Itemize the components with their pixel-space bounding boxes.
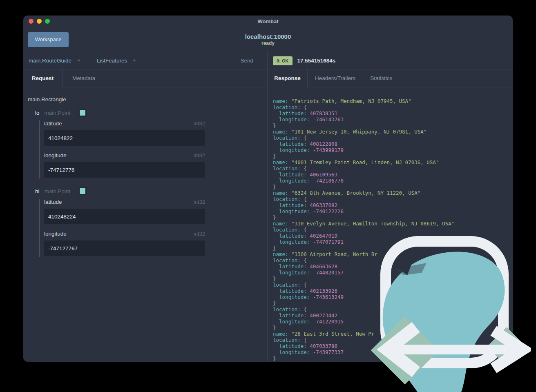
response-line: } <box>273 122 513 129</box>
tab-request[interactable]: Request <box>23 69 63 87</box>
connection-status: ready <box>23 40 513 46</box>
response-line: } <box>273 300 513 306</box>
scalar-field-type: int32 <box>194 120 205 127</box>
response-line: longitude: -743999179 <box>273 147 513 153</box>
scalar-field-label-row: latitudeint32 <box>44 199 205 205</box>
response-line: name: "330 Evelyn Avenue, Hamilton Towns… <box>273 220 513 227</box>
scalar-field-label: longitude <box>44 152 67 159</box>
response-line: longitude: -743977337 <box>273 349 513 355</box>
response-line: name: "1300 Airport Road, North Br <box>273 251 513 257</box>
response-line: longitude: -744820157 <box>273 270 513 276</box>
workspace-button[interactable]: Workspace <box>28 32 69 47</box>
response-line: longitude: -746143763 <box>273 116 513 122</box>
field-enabled-checkbox[interactable] <box>78 109 87 117</box>
tab-response[interactable]: Response <box>268 69 308 87</box>
service-select[interactable]: main.RouteGuide <box>29 58 80 64</box>
scalar-field-label-row: longitudeint32 <box>44 152 205 159</box>
minimize-window-button[interactable] <box>37 19 42 24</box>
response-line: location: { <box>273 306 513 312</box>
nested-field-group: latitudeint32longitudeint32 <box>39 120 205 178</box>
response-line: } <box>273 245 513 251</box>
response-line: location: { <box>273 135 513 141</box>
response-line: } <box>273 184 513 190</box>
request-tabs: Request Metadata <box>23 69 267 87</box>
response-line: location: { <box>273 165 513 172</box>
message-type-label: main.Rectangle <box>28 96 263 102</box>
checkbox-check-icon <box>80 110 85 116</box>
response-line: latitude: 402133926 <box>273 288 513 294</box>
response-line: longitude: -741220915 <box>273 318 513 325</box>
response-line: latitude: 406109563 <box>273 172 513 178</box>
response-line: latitude: 407033786 <box>273 343 513 349</box>
scalar-field-type: int32 <box>194 199 205 205</box>
scalar-field-type: int32 <box>194 231 205 237</box>
tab-headers-trailers[interactable]: Headers/Trailers <box>308 69 363 87</box>
method-bar: main.RouteGuide ListFeatures Send <box>23 52 267 69</box>
close-window-button[interactable] <box>29 19 34 24</box>
response-line: name: "101 New Jersey 10, Whippany, NJ 0… <box>273 129 513 135</box>
response-line: latitude: 408122808 <box>273 141 513 147</box>
hi-latitude-input[interactable] <box>44 209 205 224</box>
hi-longitude-input[interactable] <box>44 241 205 256</box>
server-info: localhost:10000 ready <box>23 33 513 46</box>
lo-longitude-input[interactable] <box>44 162 205 178</box>
response-line: longitude: -743613249 <box>273 294 513 300</box>
tab-statistics[interactable]: Statistics <box>363 69 400 87</box>
scalar-field-label: latitude <box>44 120 62 127</box>
server-address: localhost:10000 <box>23 33 513 40</box>
response-line: name: "Patriots Path, Mendham, NJ 07945,… <box>273 98 513 104</box>
response-line: } <box>273 276 513 282</box>
response-line: longitude: -742186778 <box>273 178 513 184</box>
response-line: longitude: -747071791 <box>273 239 513 245</box>
main-area: main.RouteGuide ListFeatures Send Reques… <box>23 52 513 361</box>
response-line: location: { <box>273 196 513 202</box>
field-enabled-checkbox[interactable] <box>78 187 87 195</box>
scalar-field-label: latitude <box>44 199 62 205</box>
response-line: latitude: 404663628 <box>273 263 513 270</box>
chevron-down-icon <box>133 60 136 62</box>
field-name: hi <box>35 188 40 194</box>
connect-bar: Workspace localhost:10000 ready <box>23 27 513 52</box>
tab-metadata[interactable]: Metadata <box>63 69 105 87</box>
message-field-header: lomain.Point <box>35 108 263 117</box>
response-line: location: { <box>273 337 513 343</box>
response-line: latitude: 407838351 <box>273 110 513 116</box>
scalar-field-label: longitude <box>44 231 67 237</box>
response-line: latitude: 400273442 <box>273 312 513 318</box>
request-panel: main.RouteGuide ListFeatures Send Reques… <box>23 52 268 361</box>
response-panel: 0: OK 17.554151684s Response Headers/Tra… <box>268 52 513 361</box>
response-line: } <box>273 355 513 361</box>
response-line: } <box>273 214 513 220</box>
field-name: lo <box>35 110 40 116</box>
status-badge: 0: OK <box>273 56 293 65</box>
lo-latitude-input[interactable] <box>44 130 205 146</box>
titlebar: Wombat <box>23 16 513 27</box>
response-line: location: { <box>273 104 513 110</box>
traffic-lights <box>29 16 50 27</box>
response-line: } <box>273 153 513 159</box>
zoom-window-button[interactable] <box>45 19 50 24</box>
app-window: Wombat Workspace localhost:10000 ready m… <box>23 16 513 362</box>
scalar-field-type: int32 <box>194 152 205 159</box>
request-form: main.Rectangle lomain.Pointlatitudeint32… <box>23 87 267 361</box>
chevron-down-icon <box>77 60 80 62</box>
method-select-label: ListFeatures <box>97 58 127 64</box>
scalar-field-label-row: longitudeint32 <box>44 231 205 237</box>
scalar-field-label-row: latitudeint32 <box>44 120 205 127</box>
field-type: main.Point <box>45 110 71 116</box>
method-select[interactable]: ListFeatures <box>97 58 136 64</box>
call-duration: 17.554151684s <box>297 58 336 64</box>
response-log[interactable]: name: "Patriots Path, Mendham, NJ 07945,… <box>268 87 513 361</box>
send-button[interactable]: Send <box>240 58 253 64</box>
checkbox-check-icon <box>80 188 85 194</box>
response-line: name: "4001 Tremley Point Road, Linden, … <box>273 159 513 165</box>
window-title: Wombat <box>257 18 278 24</box>
response-line: location: { <box>273 257 513 263</box>
response-line: location: { <box>273 282 513 288</box>
response-line: name: "26 East 3rd Street, New Pr <box>273 331 513 337</box>
response-line: location: { <box>273 227 513 233</box>
nested-field-group: latitudeint32longitudeint32 <box>39 199 205 257</box>
field-type: main.Point <box>45 188 71 194</box>
response-line: latitude: 402647019 <box>273 233 513 239</box>
response-line: longitude: -740122226 <box>273 208 513 214</box>
